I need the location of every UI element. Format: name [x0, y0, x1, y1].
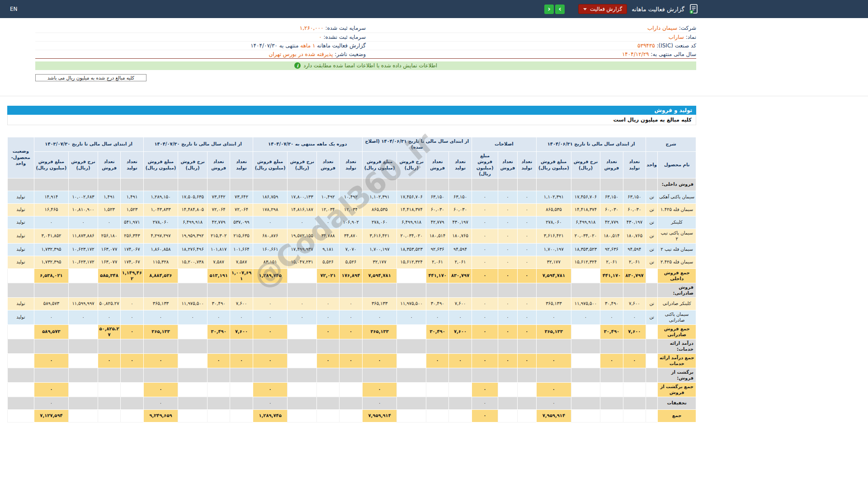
table-cell: ۰ — [340, 353, 362, 368]
table-cell — [397, 324, 426, 339]
table-cell: ۷,۶۰۰ — [449, 324, 472, 339]
table-cell — [207, 178, 230, 191]
table-cell: ۰ — [397, 310, 426, 324]
info-cell: گزارش فعالیت ماهانه ۱ ماهه منتهی به ۱۴۰۴… — [35, 41, 366, 50]
table-cell: ۰ — [207, 353, 230, 368]
table-cell — [646, 368, 658, 382]
table-cell: ۳۰,۴۹۰ — [207, 324, 230, 339]
table-cell: ۹,۱۸۱ — [316, 243, 339, 256]
topbar-inner: گزارش فعالیت ماهانه گزارش فعالیت › ‹ EN — [0, 0, 703, 18]
table-cell: ۲۷۸,۰۶۰ — [143, 216, 178, 229]
report-document-icon[interactable] — [689, 4, 699, 14]
info-cell: شرکت: سیمان داراب — [366, 24, 696, 33]
table-cell: ۸۳۰,۷۹۷ — [449, 268, 472, 283]
table-cell — [646, 353, 658, 368]
table-cell — [646, 324, 658, 339]
nav-next-button[interactable]: › — [555, 5, 565, 14]
production-sales-table: شرحاز ابتدای سال مالی تا تاریخ ۱۴۰۴/۰۶/۳… — [7, 137, 696, 422]
table-cell: ۲۷۸,۰۶۰ — [362, 216, 397, 229]
table-cell: ۷,۵۸۷ — [207, 256, 230, 268]
table-cell: ۸۶۵,۵۳۵ — [537, 203, 571, 216]
table-cell: ۰ — [537, 353, 571, 368]
table-cell — [472, 339, 498, 353]
table-cell: ۰ — [517, 229, 536, 243]
table-cell: سیمان پاکتی صادراتی — [658, 310, 696, 324]
table-row: جمع درآمد ارائه خدمات۰۰۰۰۰۰۰۰۰۰۰۰۰۰۰۰۰۰ — [8, 353, 696, 368]
table-cell: ۱۷,۵۰۵,۶۳۵ — [178, 191, 208, 203]
info-label: شرکت: — [677, 25, 696, 31]
table-cell: ۱۱,۹۷۵,۵۰۰ — [397, 297, 426, 310]
table-cell: ۷۲,۰۶۴ — [230, 203, 253, 216]
table-cell — [646, 283, 658, 297]
table-cell: ۱۸,۲۷۶,۴۹۶ — [178, 243, 208, 256]
table-cell — [397, 268, 426, 283]
table-cell: ۲۷۸,۰۶۰ — [537, 216, 571, 229]
table-cell — [571, 283, 600, 297]
info-label: کد صنعت (ISIC): — [655, 42, 696, 49]
info-value: سیمان داراب — [647, 25, 677, 31]
table-cell: ۳۲,۱۷۷ — [537, 256, 571, 268]
table-cell — [340, 397, 362, 409]
table-cell: ۱۵,۲۰۰,۷۳۸ — [178, 256, 208, 268]
topbar-actions: گزارش فعالیت ماهانه گزارش فعالیت › ‹ — [544, 4, 699, 14]
table-row: جمع۷,۹۵۹,۹۱۴۰۷,۹۵۹,۹۱۴۱,۲۸۹,۷۴۵۹,۲۴۹,۶۵۹… — [8, 409, 696, 422]
table-cell: ۳۶۵,۱۳۳ — [362, 297, 397, 310]
table-cell — [316, 178, 339, 191]
table-row: سیمان پاکتی صادراتیتن۰۰۰۰۰۰۰۰۰۰۰۰۰۰۰۰۰۰۰… — [8, 310, 696, 324]
table-cell: ۰ — [498, 216, 517, 229]
nav-prev-button[interactable]: ‹ — [544, 5, 554, 14]
table-cell — [646, 397, 658, 409]
table-cell — [143, 339, 178, 353]
table-cell: ۱۰,۶۲۳,۱۷۲ — [69, 256, 98, 268]
table-cell — [623, 339, 646, 353]
table-cell: جمع فروش صادراتی — [658, 324, 696, 339]
table-cell: ۰ — [253, 310, 288, 324]
language-toggle-en[interactable]: EN — [10, 6, 18, 12]
table-cell: ۰ — [537, 382, 571, 397]
column-group-header: وضعیت محصول-واحد — [8, 137, 34, 178]
production-sales-section: تولید و فروش کلیه مبالغ به میلیون ریال ا… — [7, 106, 696, 422]
table-cell — [69, 368, 98, 382]
report-type-dropdown[interactable]: گزارش فعالیت — [578, 4, 627, 14]
column-header: تعداد فروش — [316, 151, 339, 178]
table-cell — [498, 339, 517, 353]
table-cell: ۰ — [600, 353, 623, 368]
table-cell: ۱۴,۴۱۸,۳۷۴ — [397, 203, 426, 216]
table-cell — [207, 382, 230, 397]
table-cell: ۱,۵۲۳ — [121, 203, 143, 216]
table-cell: جمع — [658, 409, 696, 422]
table-cell — [426, 382, 448, 397]
table-cell: ۰ — [253, 397, 288, 409]
table-cell: ۰ — [340, 297, 362, 310]
table-cell — [121, 339, 143, 353]
table-cell — [207, 368, 230, 382]
table-cell: ۰ — [498, 191, 517, 203]
company-info-section: شرکت: سیمان دارابسرمایه ثبت شده: ۱,۲۶۰,۰… — [35, 24, 696, 59]
info-cell: نماد: ساراب — [366, 33, 696, 41]
table-cell: ۱۷,۴۵۶,۷۰۶ — [397, 191, 426, 203]
table-cell: ۱۴,۸۱۶,۱۸۷ — [288, 203, 317, 216]
table-cell: ۰ — [121, 297, 143, 310]
table-cell — [34, 283, 69, 297]
table-cell — [143, 178, 178, 191]
table-cell — [397, 368, 426, 382]
table-cell: ۸۳۰,۷۹۷ — [623, 268, 646, 283]
table-cell: کلینکر — [658, 216, 696, 229]
table-cell: ۱۰۱,۶۶۴ — [230, 243, 253, 256]
table-cell — [8, 368, 34, 382]
table-cell: ۱۴,۹۱۴ — [34, 191, 69, 203]
table-cell: تولید — [8, 297, 34, 310]
table-cell — [571, 268, 600, 283]
table-cell: ۵۰,۸۲۵.۲۷ — [98, 324, 120, 339]
table-cell — [69, 324, 98, 339]
table-cell — [340, 368, 362, 382]
table-cell: ۱۵,۶۱۲,۳۲۴ — [397, 256, 426, 268]
column-header: مبلغ فروش (میلیون ریال) — [362, 151, 397, 178]
table-cell: کلینکر صادراتی — [658, 297, 696, 310]
table-row: سیمان پاکتی آهکیتن۶۳,۱۵۰۶۳,۱۵۰۱۷,۴۵۶,۷۰۶… — [8, 191, 696, 203]
table-cell: تولید — [8, 243, 34, 256]
table-cell: ۱۸۰,۷۶۵ — [623, 229, 646, 243]
table-cell — [340, 283, 362, 297]
table-row: سیمان پاکتی تیپ ۲تن۱۸۰,۷۶۵۱۸۰,۵۱۴۲۰,۰۳۴,… — [8, 229, 696, 243]
table-cell: ۰ — [316, 324, 339, 339]
